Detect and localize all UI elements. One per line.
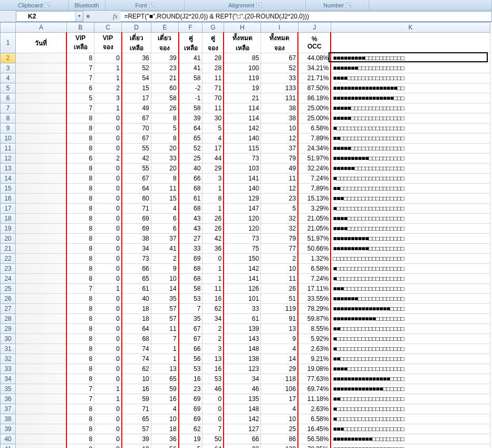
cell[interactable]: 69 (179, 414, 202, 424)
cell-date[interactable] (16, 404, 67, 414)
cell[interactable]: 142 (224, 123, 261, 134)
cell[interactable]: 0 (94, 404, 122, 414)
cell[interactable]: 15 (122, 83, 151, 93)
cell[interactable]: 68 (179, 204, 202, 214)
cell[interactable]: 8 (66, 113, 94, 123)
cell[interactable]: 3 (202, 344, 224, 354)
cell[interactable]: 67 (122, 134, 151, 144)
cell-bar[interactable]: ■■■■■■■■■■■■■■■■■■□□ (331, 83, 490, 93)
cell[interactable]: 2 (202, 334, 224, 344)
cell[interactable]: 52 (261, 63, 298, 73)
cell[interactable]: 141 (224, 174, 261, 184)
cell[interactable]: 8 (66, 354, 94, 364)
row-header[interactable]: 10 (1, 134, 16, 144)
cell[interactable]: 2 (94, 83, 122, 93)
cell-date[interactable] (16, 93, 67, 103)
cell[interactable]: 1 (94, 394, 122, 404)
cell[interactable]: 0 (94, 244, 122, 254)
cell[interactable]: 1 (94, 103, 122, 113)
hdr-double-avail[interactable]: คู่เหลือ (179, 33, 202, 53)
row-header[interactable]: 21 (1, 244, 16, 254)
cell-date[interactable] (16, 224, 67, 234)
cell[interactable]: 60 (151, 83, 178, 93)
cell-bar[interactable]: ■■■□□□□□□□□□□□□□□□□□ (331, 284, 490, 294)
row-header[interactable]: 7 (1, 103, 16, 113)
cell[interactable]: 0 (94, 224, 122, 234)
cell[interactable]: 0 (94, 234, 122, 244)
cell-pct[interactable]: 25.00% (298, 113, 331, 123)
cell-bar[interactable]: ■■■■■□□□□□□□□□□□□□□□ (331, 113, 490, 123)
cell-pct[interactable]: 11.18% (298, 394, 331, 404)
ribbon-group-alignment[interactable]: Alignment ↘ (185, 0, 306, 10)
cell[interactable]: 68 (179, 184, 202, 194)
cell[interactable]: 69 (179, 254, 202, 264)
formula-input[interactable]: =REPT("■",ROUND(J2*20,0)) & REPT("□",(20… (121, 11, 492, 22)
cell[interactable]: 4 (202, 134, 224, 144)
cell-bar[interactable]: ■□□□□□□□□□□□□□□□□□□□ (331, 344, 490, 354)
cell-bar[interactable]: ■■□□□□□□□□□□□□□□□□□□ (331, 134, 490, 144)
cell-pct[interactable]: 77.63% (298, 374, 331, 384)
cell-pct[interactable]: 7.24% (298, 174, 331, 184)
cell[interactable]: 6 (151, 224, 178, 234)
cell[interactable]: 15 (151, 194, 178, 204)
cell[interactable]: 118 (261, 374, 298, 384)
cell[interactable]: 64 (122, 324, 151, 334)
cell[interactable]: 73 (224, 154, 261, 164)
row-header[interactable]: 6 (1, 93, 16, 103)
cell[interactable]: 17 (261, 394, 298, 404)
cell[interactable]: 43 (179, 224, 202, 234)
cell[interactable]: 0 (94, 194, 122, 204)
cell[interactable]: 27 (179, 234, 202, 244)
cell-pct[interactable]: 51.97% (298, 234, 331, 244)
cell[interactable]: 44 (202, 154, 224, 164)
cell[interactable]: 4 (151, 404, 178, 414)
cell-date[interactable] (16, 424, 67, 434)
cell[interactable]: 49 (122, 103, 151, 113)
cell[interactable]: 74 (122, 344, 151, 354)
cell-pct[interactable]: 6.58% (298, 264, 331, 274)
cell-date[interactable] (16, 154, 67, 164)
cell-bar[interactable]: ■□□□□□□□□□□□□□□□□□□□ (331, 264, 490, 274)
cell[interactable]: 58 (179, 73, 202, 83)
cell[interactable]: 16 (202, 364, 224, 374)
cell[interactable]: 19 (224, 83, 261, 93)
cell-pct[interactable]: 6.58% (298, 414, 331, 424)
ribbon-group-bluetooth[interactable]: Bluetooth (69, 0, 105, 10)
cell-date[interactable] (16, 374, 67, 384)
cell[interactable]: 20 (151, 164, 178, 174)
hdr-bar[interactable] (331, 33, 490, 53)
cell[interactable]: 67 (122, 113, 151, 123)
cell[interactable]: 1 (202, 204, 224, 214)
row-header[interactable]: 35 (1, 384, 16, 394)
cell[interactable]: 8 (151, 134, 178, 144)
cell[interactable]: 7 (179, 304, 202, 314)
cell[interactable]: 8 (151, 174, 178, 184)
cell[interactable]: 39 (179, 113, 202, 123)
col-header[interactable]: I (261, 23, 298, 33)
cell[interactable]: 11 (261, 274, 298, 284)
cell[interactable]: 23 (179, 384, 202, 394)
row-header[interactable]: 37 (1, 404, 16, 414)
dialog-launcher-icon[interactable]: ↘ (346, 3, 351, 8)
cell[interactable]: 8 (66, 53, 94, 63)
fx-label[interactable]: fx (92, 12, 121, 21)
cell[interactable]: 0 (94, 264, 122, 274)
cell-pct[interactable]: 21.05% (298, 214, 331, 224)
cell[interactable]: 8 (66, 194, 94, 204)
cancel-icon[interactable] (86, 15, 90, 18)
cell-bar[interactable]: ■■■■■■■■■■■□□□□□□□□□ (331, 434, 490, 444)
cell-bar[interactable]: ■■■□□□□□□□□□□□□□□□□□ (331, 194, 490, 204)
cell[interactable]: 69 (122, 224, 151, 234)
cell[interactable]: 14 (261, 354, 298, 364)
row-header[interactable]: 1 (1, 33, 16, 53)
cell[interactable]: 23 (261, 194, 298, 204)
cell[interactable]: 101 (224, 294, 261, 304)
row-header[interactable]: 22 (1, 254, 16, 264)
cell[interactable]: 8 (66, 274, 94, 284)
row-header[interactable]: 8 (1, 113, 16, 123)
cell[interactable]: 51 (261, 294, 298, 304)
cell-bar[interactable]: ■■■■■■■□□□□□□□□□□□□□ (331, 294, 490, 304)
cell-pct[interactable]: 21.71% (298, 73, 331, 83)
cell[interactable]: 0 (202, 254, 224, 264)
cell[interactable]: 140 (224, 184, 261, 194)
